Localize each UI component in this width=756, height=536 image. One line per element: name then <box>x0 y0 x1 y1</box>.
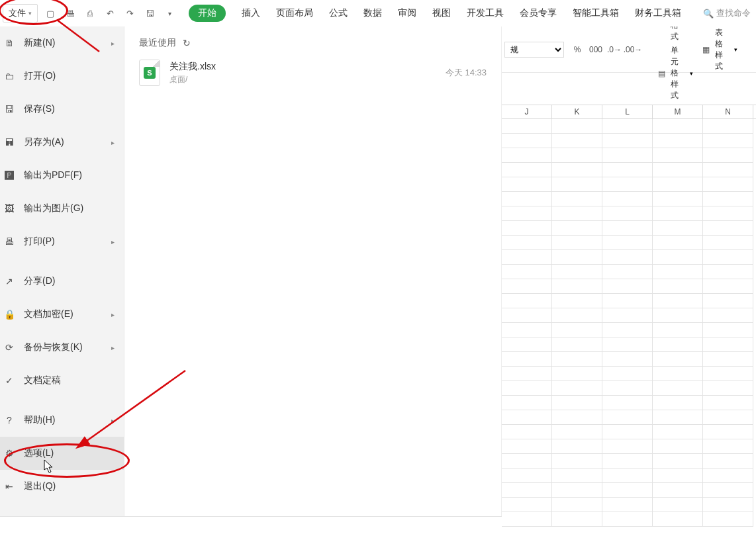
menu-open[interactable]: 🗀 打开(O) <box>0 60 124 93</box>
cell[interactable] <box>552 367 602 381</box>
menu-save-as[interactable]: 🖬 另存为(A) ▸ <box>0 126 124 159</box>
cell[interactable] <box>502 337 552 352</box>
cell[interactable] <box>602 206 653 221</box>
cell[interactable] <box>502 367 552 381</box>
cell[interactable] <box>653 294 703 308</box>
cell[interactable] <box>552 206 602 221</box>
grid-row[interactable] <box>502 425 756 439</box>
cell[interactable] <box>602 498 653 512</box>
recent-file-row[interactable]: S 关注我.xlsx 桌面/ 今天 14:33 <box>124 54 501 91</box>
percent-icon[interactable]: % <box>571 43 584 56</box>
cell[interactable] <box>653 236 703 250</box>
tab-view[interactable]: 视图 <box>432 5 451 22</box>
table-style-button[interactable]: ▦ 表格样式 ▾ <box>702 27 737 72</box>
menu-share[interactable]: ↗ 分享(D) <box>0 265 124 298</box>
cell[interactable] <box>552 119 602 134</box>
cell[interactable] <box>502 294 552 308</box>
grid-body[interactable] <box>502 119 756 527</box>
cell[interactable] <box>602 512 653 527</box>
cell[interactable] <box>653 396 703 410</box>
cell[interactable] <box>502 119 552 134</box>
cell[interactable] <box>653 279 703 294</box>
cell[interactable] <box>602 381 653 396</box>
grid-row[interactable] <box>502 265 756 279</box>
cell[interactable] <box>602 469 653 483</box>
refresh-icon[interactable]: ↻ <box>183 38 191 48</box>
cell[interactable] <box>703 192 753 206</box>
cell[interactable] <box>552 265 602 279</box>
cell[interactable] <box>602 192 653 206</box>
cell[interactable] <box>552 192 602 206</box>
menu-new[interactable]: 🗎 新建(N) ▸ <box>0 26 124 60</box>
thousands-icon[interactable]: 000 <box>589 43 602 56</box>
cell[interactable] <box>502 469 552 483</box>
tab-data[interactable]: 数据 <box>363 5 382 22</box>
cell[interactable] <box>653 425 703 439</box>
cell[interactable] <box>552 308 602 323</box>
cell[interactable] <box>552 454 602 469</box>
grid-row[interactable] <box>502 279 756 294</box>
spreadsheet-grid[interactable]: J K L M N <box>502 105 756 536</box>
cell[interactable] <box>502 250 552 265</box>
grid-row[interactable] <box>502 381 756 396</box>
cell[interactable] <box>502 236 552 250</box>
cell[interactable] <box>653 192 703 206</box>
cell[interactable] <box>703 352 753 367</box>
cell[interactable] <box>653 352 703 367</box>
menu-print[interactable]: 🖶 打印(P) ▸ <box>0 225 124 258</box>
cell[interactable] <box>703 236 753 250</box>
cell[interactable] <box>703 148 753 163</box>
cell[interactable] <box>552 134 602 148</box>
grid-row[interactable] <box>502 134 756 148</box>
cell[interactable] <box>602 134 653 148</box>
cell[interactable] <box>602 265 653 279</box>
grid-row[interactable] <box>502 352 756 367</box>
col-header-n[interactable]: N <box>703 105 753 118</box>
grid-row[interactable] <box>502 498 756 512</box>
cell[interactable] <box>703 308 753 323</box>
cell[interactable] <box>502 177 552 192</box>
cell[interactable] <box>602 396 653 410</box>
quick-access-chevron-icon[interactable]: ▾ <box>162 6 177 21</box>
grid-row[interactable] <box>502 469 756 483</box>
grid-row[interactable] <box>502 236 756 250</box>
cell[interactable] <box>602 410 653 425</box>
cell[interactable] <box>703 221 753 236</box>
cell[interactable] <box>602 323 653 337</box>
cell[interactable] <box>653 134 703 148</box>
grid-row[interactable] <box>502 323 756 337</box>
cell[interactable] <box>653 308 703 323</box>
cell[interactable] <box>502 265 552 279</box>
cell[interactable] <box>653 221 703 236</box>
undo-icon[interactable]: ↶ <box>103 6 117 21</box>
cell[interactable] <box>502 206 552 221</box>
cell[interactable] <box>703 119 753 134</box>
cell[interactable] <box>552 148 602 163</box>
cell[interactable] <box>502 454 552 469</box>
cell[interactable] <box>552 439 602 454</box>
cell[interactable] <box>502 134 552 148</box>
grid-row[interactable] <box>502 483 756 498</box>
cell[interactable] <box>653 177 703 192</box>
cell[interactable] <box>703 425 753 439</box>
command-search[interactable]: 🔍 查找命令 <box>703 7 753 19</box>
cell[interactable] <box>703 469 753 483</box>
menu-save[interactable]: 🖫 保存(S) <box>0 93 124 126</box>
cell[interactable] <box>653 439 703 454</box>
cell[interactable] <box>502 425 552 439</box>
cell[interactable] <box>703 454 753 469</box>
new-window-icon[interactable]: ▢ <box>43 6 58 21</box>
grid-row[interactable] <box>502 250 756 265</box>
cell[interactable] <box>602 279 653 294</box>
grid-row[interactable] <box>502 410 756 425</box>
cell[interactable] <box>552 352 602 367</box>
cell[interactable] <box>552 498 602 512</box>
cell[interactable] <box>502 352 552 367</box>
grid-row[interactable] <box>502 163 756 177</box>
menu-export-pdf[interactable]: 🅿 输出为PDF(F) <box>0 159 124 192</box>
print-preview-icon[interactable]: ⎙ <box>83 6 97 21</box>
cell[interactable] <box>602 148 653 163</box>
grid-row[interactable] <box>502 294 756 308</box>
cell[interactable] <box>502 512 552 527</box>
cell[interactable] <box>703 294 753 308</box>
